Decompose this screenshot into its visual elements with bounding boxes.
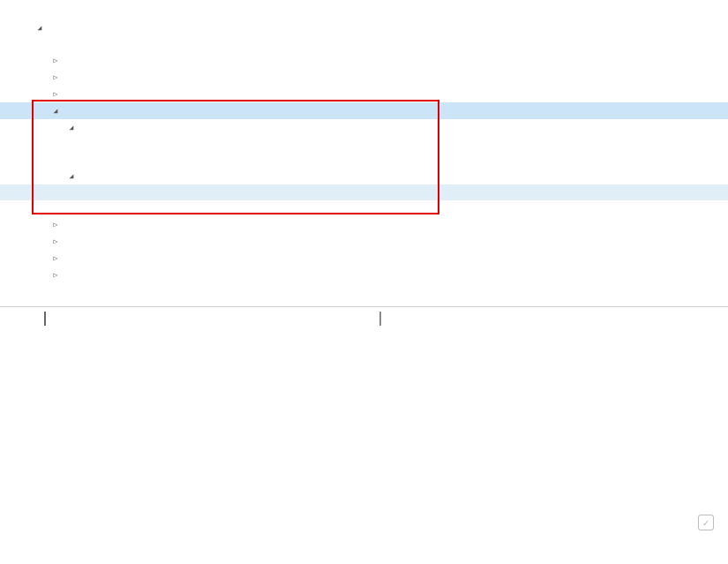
expand-icon[interactable]: [51, 102, 60, 119]
tree-item-app[interactable]: [0, 52, 728, 69]
hex-bytes: [39, 311, 374, 327]
tree-item-videofunction[interactable]: [0, 267, 728, 283]
hex-row-highlighted[interactable]: [0, 311, 728, 327]
watermark: ✓: [698, 515, 717, 530]
collapse-icon[interactable]: [51, 250, 60, 267]
expand-icon[interactable]: [35, 19, 44, 36]
tree-item-capabilities[interactable]: [0, 216, 728, 233]
collapse-icon[interactable]: [51, 52, 60, 69]
tree-item-bool[interactable]: [0, 168, 728, 184]
collapse-icon[interactable]: [51, 267, 60, 283]
tree-item-amf0bool[interactable]: [0, 184, 728, 200]
tree-item-tcurl[interactable]: [0, 86, 728, 102]
tree-item-audiocodecs[interactable]: [0, 233, 728, 250]
collapse-icon[interactable]: [51, 86, 60, 102]
tree-item[interactable]: [0, 136, 728, 152]
hex-dump: [0, 306, 728, 330]
tree-item-fpad[interactable]: [0, 102, 728, 119]
tree-item-end[interactable]: [0, 283, 728, 299]
expand-icon[interactable]: [67, 168, 76, 184]
tree-item-name[interactable]: [0, 119, 728, 136]
hex-ascii: [374, 311, 380, 327]
tree-item-object[interactable]: [0, 19, 728, 36]
expand-icon[interactable]: [67, 119, 76, 136]
wechat-icon: ✓: [698, 515, 714, 530]
tree-item[interactable]: [0, 36, 728, 52]
tree-item[interactable]: [0, 4, 728, 19]
collapse-icon[interactable]: [51, 233, 60, 250]
tree-item[interactable]: [0, 200, 728, 216]
tree-item-flashver[interactable]: [0, 69, 728, 86]
tree-item[interactable]: [0, 152, 728, 168]
collapse-icon[interactable]: [51, 69, 60, 86]
collapse-icon[interactable]: [51, 216, 60, 233]
packet-tree: [0, 0, 728, 306]
hex-offset: [4, 311, 39, 327]
tree-item-videocodecs[interactable]: [0, 250, 728, 267]
